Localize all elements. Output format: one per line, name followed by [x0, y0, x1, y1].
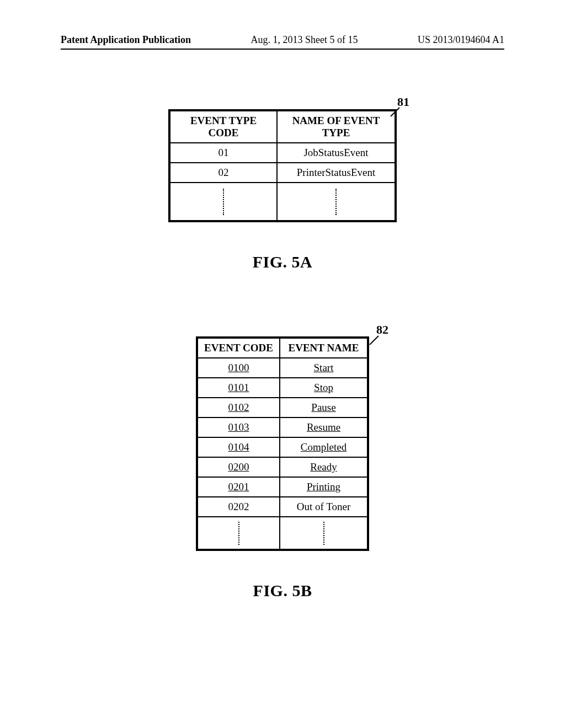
cell-code: 0102 — [197, 398, 280, 417]
cell-name: JobStatusEvent — [277, 143, 396, 163]
cell-code: 0103 — [197, 417, 280, 437]
vertical-ellipsis-icon — [335, 189, 337, 215]
cell-name: Out of Toner — [280, 497, 368, 517]
cell-code: 0104 — [197, 437, 280, 457]
event-code-table: EVENT CODE EVENT NAME 0100Start0101Stop0… — [196, 336, 369, 551]
cell-code: 02 — [169, 163, 277, 183]
cell-name: PrinterStatusEvent — [277, 163, 396, 183]
figure-caption-5b: FIG. 5B — [253, 581, 312, 600]
cell-name: Pause — [280, 398, 368, 417]
event-type-table: EVENT TYPE CODE NAME OF EVENT TYPE 01 Jo… — [168, 109, 397, 222]
col-event-code: EVENT CODE — [197, 338, 280, 358]
table-row: 0202Out of Toner — [197, 497, 368, 517]
vertical-ellipsis-icon — [223, 189, 224, 215]
table-row: 0100Start — [197, 358, 368, 378]
table-row: 02 PrinterStatusEvent — [169, 163, 396, 183]
cell-name: Completed — [280, 437, 368, 457]
cell-code: 0200 — [197, 457, 280, 477]
ellipsis-cell — [197, 517, 280, 550]
table-row: 0201Printing — [197, 477, 368, 497]
ellipsis-cell — [277, 183, 396, 221]
col-event-type-code: EVENT TYPE CODE — [169, 110, 277, 143]
figure-5b: EVENT CODE EVENT NAME 0100Start0101Stop0… — [0, 336, 565, 600]
table-row: 0104Completed — [197, 437, 368, 457]
cell-code: 0201 — [197, 477, 280, 497]
cell-code: 0202 — [197, 497, 280, 517]
table-row: 0103Resume — [197, 417, 368, 437]
table-header-row: EVENT CODE EVENT NAME — [197, 338, 368, 358]
table-row-ellipsis — [169, 183, 396, 221]
cell-code: 0101 — [197, 378, 280, 398]
ellipsis-cell — [280, 517, 368, 550]
table-row: 01 JobStatusEvent — [169, 143, 396, 163]
figure-5a: EVENT TYPE CODE NAME OF EVENT TYPE 01 Jo… — [0, 109, 565, 271]
cell-name: Ready — [280, 457, 368, 477]
header-sheet-info: Aug. 1, 2013 Sheet 5 of 15 — [251, 34, 358, 46]
col-event-type-name: NAME OF EVENT TYPE — [277, 110, 396, 143]
cell-code: 01 — [169, 143, 277, 163]
cell-name: Start — [280, 358, 368, 378]
page-header: Patent Application Publication Aug. 1, 2… — [61, 34, 504, 50]
table-header-row: EVENT TYPE CODE NAME OF EVENT TYPE — [169, 110, 396, 143]
cell-name: Resume — [280, 417, 368, 437]
cell-name: Printing — [280, 477, 368, 497]
col-event-name: EVENT NAME — [280, 338, 368, 358]
header-publication: Patent Application Publication — [61, 34, 191, 46]
vertical-ellipsis-icon — [238, 522, 239, 545]
vertical-ellipsis-icon — [323, 522, 324, 545]
header-patent-number: US 2013/0194604 A1 — [418, 34, 504, 46]
cell-name: Stop — [280, 378, 368, 398]
table-row: 0102Pause — [197, 398, 368, 417]
table-row: 0200Ready — [197, 457, 368, 477]
table-row: 0101Stop — [197, 378, 368, 398]
table-row-ellipsis — [197, 517, 368, 550]
cell-code: 0100 — [197, 358, 280, 378]
ellipsis-cell — [169, 183, 277, 221]
figure-caption-5a: FIG. 5A — [253, 253, 313, 271]
